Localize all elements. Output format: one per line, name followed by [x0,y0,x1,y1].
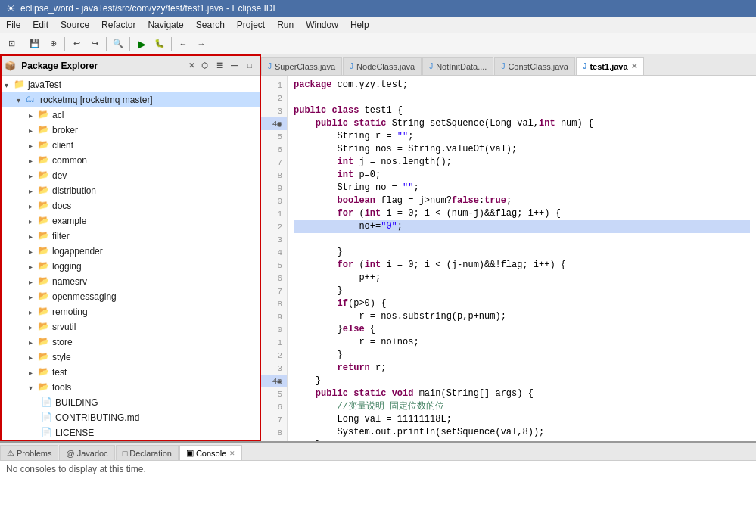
menubar-item-help[interactable]: Help [344,18,375,32]
console-text: No consoles to display at this time. [6,464,146,474]
tree-arrow-remoting[interactable]: ▸ [29,308,38,316]
tree-item-dev[interactable]: ▸ 📂 dev [2,168,260,183]
pe-title-text: Package Explorer [21,61,98,71]
tree-arrow-dev[interactable]: ▸ [29,172,38,180]
tree-item-javatest[interactable]: ▾ 📁 javaTest [2,77,260,92]
folder-icon-namesrv: 📂 [38,275,50,288]
tree-item-logappender[interactable]: ▸ 📂 logappender [2,244,260,259]
tab-test1[interactable]: J test1.java ✕ [576,57,644,75]
tab-constclass[interactable]: J ConstClass.java [494,57,574,75]
tab-nodeclass[interactable]: J NodeClass.java [343,57,422,75]
tab-javadoc[interactable]: @ Javadoc [59,445,114,460]
tab-notinitdata[interactable]: J NotInitData.... [422,57,493,75]
tree-item-acl[interactable]: ▸ 📂 acl [2,107,260,123]
tree-item-remoting[interactable]: ▸ 📂 remoting [2,304,260,319]
tree-item-filter[interactable]: ▸ 📂 filter [2,229,260,244]
tree-arrow-store[interactable]: ▸ [29,338,38,347]
tree-arrow-logging[interactable]: ▸ [29,263,38,271]
menubar-item-source[interactable]: Source [54,18,95,32]
tab-console[interactable]: ▣ Console ✕ [179,445,242,460]
menubar-item-refactor[interactable]: Refactor [95,18,142,32]
toolbar-undo[interactable]: ↩ [68,36,85,52]
tree-arrow-logappender[interactable]: ▸ [29,247,38,256]
linenum-17: 7 [261,285,287,297]
tree-arrow-javatest[interactable]: ▾ [5,81,14,89]
tree-arrow-docs[interactable]: ▸ [29,202,38,210]
project-icon: 📁 [14,79,26,91]
tree-arrow-acl[interactable]: ▸ [29,111,38,120]
menubar-item-navigate[interactable]: Navigate [142,18,189,32]
tree-arrow-client[interactable]: ▸ [29,142,38,150]
tree-arrow-common[interactable]: ▸ [29,157,38,165]
menubar-item-edit[interactable]: Edit [26,18,54,32]
tree-item-store[interactable]: ▸ 📂 store [2,334,260,350]
tree-arrow-openmessaging[interactable]: ▸ [29,293,38,301]
linenum-21: 1 [261,336,287,349]
tree-arrow-test[interactable]: ▸ [29,369,38,377]
tree-arrow-srvutil[interactable]: ▸ [29,323,38,331]
tree-item-building[interactable]: 📄 BUILDING [2,395,260,410]
linenum-1: 1 [261,79,287,92]
pe-minimize[interactable]: — [228,59,241,73]
console-icon: ▣ [186,448,194,458]
tree-item-client[interactable]: ▸ 📂 client [2,138,260,153]
pe-close-icon[interactable]: ✕ [188,61,194,70]
toolbar-search[interactable]: 🔍 [110,36,126,52]
toolbar-debug[interactable]: 🐛 [151,36,168,52]
tree-arrow-filter[interactable]: ▸ [29,232,38,241]
tree-arrow-namesrv[interactable]: ▸ [29,278,38,286]
pe-maximize[interactable]: □ [243,59,257,73]
linenum-7: 7 [261,156,287,169]
tree-label-distribution: distribution [52,185,96,196]
tree-item-tools[interactable]: ▾ 📂 tools [2,380,260,395]
tree-item-style[interactable]: ▸ 📂 style [2,350,260,365]
tree-arrow-style[interactable]: ▸ [29,353,38,362]
tab-icon-constclass: J [501,62,505,70]
menubar-item-run[interactable]: Run [271,18,300,32]
tab-superclass[interactable]: J SuperClass.java [261,57,342,75]
tree-item-common[interactable]: ▸ 📂 common [2,153,260,168]
menubar-item-window[interactable]: Window [300,18,344,32]
toolbar-save-all[interactable]: ⊕ [45,36,61,52]
code-content[interactable]: package com.yzy.test; public class test1… [288,76,756,441]
menubar-item-file[interactable]: File [0,18,26,32]
tree-item-contributing[interactable]: 📄 CONTRIBUTING.md [2,410,260,425]
tree-item-license[interactable]: 📄 LICENSE [2,425,260,440]
menubar-item-project[interactable]: Project [231,18,271,32]
tree-label-tools: tools [52,382,71,393]
tree-label-logappender: logappender [52,246,103,257]
tree-arrow-example[interactable]: ▸ [29,217,38,226]
tree-item-example[interactable]: ▸ 📂 example [2,213,260,229]
tab-declaration[interactable]: □ Declaration [116,445,179,460]
tree-item-srvutil[interactable]: ▸ 📂 srvutil [2,319,260,334]
linenum-16: 6 [261,272,287,285]
tree-arrow-broker[interactable]: ▸ [29,126,38,135]
tree-item-logging[interactable]: ▸ 📂 logging [2,259,260,274]
tree-arrow-distribution[interactable]: ▸ [29,187,38,195]
toolbar-forward[interactable]: → [193,36,210,52]
console-close-icon[interactable]: ✕ [229,450,235,457]
tree-item-broker[interactable]: ▸ 📂 broker [2,123,260,138]
menubar-item-search[interactable]: Search [190,18,231,32]
tree-item-docs[interactable]: ▸ 📂 docs [2,198,260,213]
toolbar-redo[interactable]: ↪ [86,36,103,52]
tree-item-distribution[interactable]: ▸ 📂 distribution [2,183,260,198]
pe-menu[interactable]: ☰ [213,59,226,73]
toolbar-new[interactable]: ⊡ [3,36,20,52]
tree-arrow-tools[interactable]: ▾ [29,384,38,392]
tab-close-test1[interactable]: ✕ [631,62,637,70]
tab-problems[interactable]: ⚠ Problems [0,445,58,460]
tree-arrow-rocketmq[interactable]: ▾ [17,96,26,104]
tree-item-namesrv[interactable]: ▸ 📂 namesrv [2,274,260,289]
tree-label-store: store [52,337,73,347]
tree-item-rocketmq[interactable]: ▾ 🗂 rocketmq [rocketmq master] [2,92,260,107]
tree-item-openmessaging[interactable]: ▸ 📂 openmessaging [2,289,260,304]
tab-icon-test1: J [583,62,587,70]
toolbar: ⊡ 💾 ⊕ ↩ ↪ 🔍 ▶ 🐛 ← → [0,33,756,54]
toolbar-save[interactable]: 💾 [26,36,43,52]
toolbar-run[interactable]: ▶ [133,36,150,52]
pe-collapse[interactable]: ⬡ [198,59,211,73]
toolbar-back[interactable]: ← [175,36,191,52]
tree-item-test[interactable]: ▸ 📂 test [2,365,260,380]
tree-label-license: LICENSE [55,428,94,438]
